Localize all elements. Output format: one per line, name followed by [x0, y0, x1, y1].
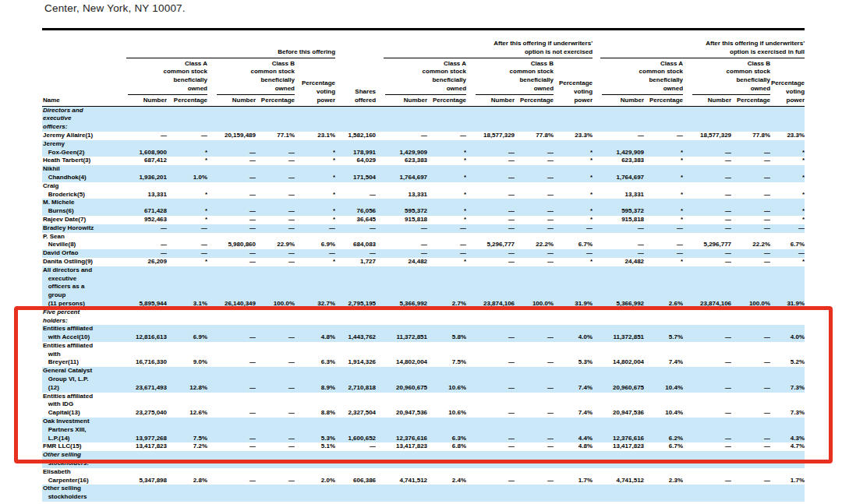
section-header-row: Other selling stockholders:	[42, 451, 805, 468]
cell-value: —	[256, 224, 295, 233]
subgroup-label: Class B common stock beneficially owned	[476, 60, 554, 95]
cell-value: —	[119, 249, 167, 258]
address-text: Center, New York, NY 10007.	[44, 2, 186, 14]
cell-value: —	[731, 367, 770, 392]
cell-value: 23,874,106	[683, 266, 731, 308]
cell-value: 6.2%	[644, 418, 683, 442]
cell-value: 6.7%	[554, 233, 593, 250]
cell-value: —	[256, 199, 295, 216]
table-row: Oak Investment Partners XIII, L.P.(14)13…	[42, 418, 805, 442]
table-row: All directors and executive officers as …	[42, 266, 805, 308]
row-name: Craig Broderick(5)	[42, 182, 119, 199]
cell-value: —	[466, 325, 515, 342]
cell-value: —	[207, 468, 256, 485]
cell-value: —	[466, 199, 515, 216]
cell-value: 11,372,851	[376, 325, 427, 342]
cell-value: *	[167, 258, 207, 266]
cell-value: 4.8%	[554, 442, 593, 451]
cell-value: —	[207, 418, 256, 442]
cell-value: —	[256, 367, 295, 392]
col-group-before-offering: Before this offering	[119, 30, 335, 58]
cell-value: —	[207, 367, 256, 392]
col-header-percentage: Percentage	[731, 95, 770, 106]
cell-value: 4.3%	[770, 418, 805, 442]
cell-value: —	[683, 182, 731, 199]
cell-value: 12.6%	[167, 393, 207, 418]
cell-value: 952,463	[119, 216, 167, 224]
cell-value: —	[256, 165, 295, 182]
col-group-after-option-not-exercised: After this offering if underwriters' opt…	[376, 30, 593, 58]
cell-value: *	[167, 157, 207, 165]
cell-value: 3.1%	[167, 266, 207, 308]
cell-value: —	[644, 132, 683, 140]
cell-value: 8.8%	[295, 393, 335, 418]
cell-value	[207, 485, 256, 502]
cell-value	[376, 485, 427, 502]
section-header-label: Five percent holders:	[42, 308, 805, 326]
cell-value: 671,428	[119, 199, 167, 216]
cell-value: 20,960,675	[376, 367, 427, 392]
cell-value: —	[683, 199, 731, 216]
cell-value: 13,331	[376, 182, 427, 199]
cell-value: —	[376, 233, 427, 250]
cell-value: 10.4%	[644, 393, 683, 418]
cell-value: 10.6%	[427, 393, 466, 418]
table-header: Name Before this offering Shares offered…	[42, 30, 805, 106]
table-row: P. Sean Neville(8)——5,980,86022.9%6.9%68…	[42, 233, 805, 250]
cell-value: —	[256, 249, 295, 258]
cell-value: —	[683, 367, 731, 392]
cell-value: *	[295, 140, 335, 157]
cell-value: —	[167, 249, 207, 258]
cell-value: 6.3%	[295, 342, 335, 367]
cell-value: 24,482	[376, 258, 427, 266]
cell-value: 4,741,512	[593, 468, 644, 485]
cell-value: —	[256, 418, 295, 442]
cell-value: 16,716,330	[119, 342, 167, 367]
subgroup-label: Class A common stock beneficially owned	[128, 60, 207, 95]
cell-value: —	[515, 224, 554, 233]
cell-value: —	[207, 157, 256, 165]
cell-value: 1,429,909	[593, 140, 644, 157]
cell-value: 5.7%	[644, 325, 683, 342]
cell-value: *	[427, 182, 466, 199]
table-row: FMR LLC(15)13,417,8237.2%——5.1%—13,417,8…	[42, 442, 805, 451]
table-row: Danita Ostling(9)26,209*——*1,72724,482*—…	[42, 258, 805, 266]
cell-value: 606,386	[335, 468, 376, 485]
col-header-number: Number	[119, 95, 167, 106]
cell-value: 32.7%	[295, 266, 335, 308]
cell-value: —	[466, 418, 515, 442]
cell-value: 5.1%	[295, 442, 335, 451]
cell-value: —	[466, 249, 515, 258]
cell-value: —	[731, 442, 770, 451]
cell-value: —	[207, 165, 256, 182]
cell-value: 12,816,613	[119, 325, 167, 342]
cell-value: *	[644, 140, 683, 157]
cell-value: *	[427, 140, 466, 157]
cell-value: *	[167, 199, 207, 216]
group-label: Before this offering	[126, 48, 335, 58]
col-header-shares-offered: Shares offered	[335, 30, 376, 106]
cell-value: 26,140,349	[207, 266, 256, 308]
col-header-percentage: Percentage	[644, 95, 683, 106]
cell-value: —	[207, 199, 256, 216]
cell-value: *	[167, 140, 207, 157]
cell-value: *	[770, 216, 805, 224]
cell-value: —	[683, 157, 731, 165]
cell-value: —	[683, 325, 731, 342]
row-name: Oak Investment Partners XIII, L.P.(14)	[42, 418, 119, 442]
cell-value: —	[683, 393, 731, 418]
cell-value: 22.2%	[515, 233, 554, 250]
cell-value	[515, 485, 554, 502]
cell-value: —	[731, 165, 770, 182]
cell-value: —	[683, 418, 731, 442]
cell-value: —	[515, 157, 554, 165]
cell-value: 5.3%	[295, 418, 335, 442]
cell-value: 11,372,851	[593, 325, 644, 342]
cell-value: 595,372	[376, 199, 427, 216]
cell-value: —	[554, 249, 593, 258]
cell-value: 24,482	[593, 258, 644, 266]
col-header-number: Number	[683, 95, 731, 106]
row-name: General Catalyst Group VI, L.P. (12)	[42, 367, 119, 392]
table-body: Directors and executive officers:Jeremy …	[42, 106, 805, 502]
cell-value: 6.9%	[167, 325, 207, 342]
